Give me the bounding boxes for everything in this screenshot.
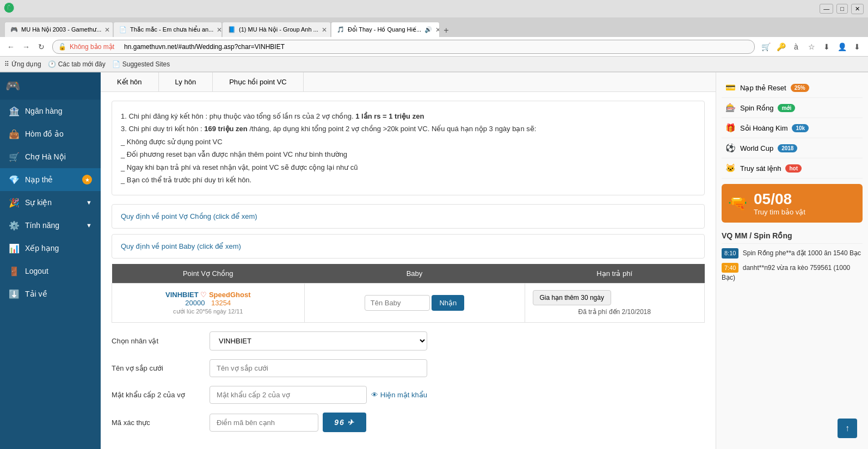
extensions-icon[interactable]: 🛒 [759, 40, 772, 53]
menu-icon[interactable]: ⬇ [851, 40, 864, 53]
rs-item-gem[interactable]: 🎁 Sỏi Hoàng Kim 10k [722, 118, 863, 138]
player1-name[interactable]: VINHBIET [165, 291, 199, 299]
bookmark-recent-tabs[interactable]: 🕐 Các tab mới đây [48, 60, 106, 68]
tab-2[interactable]: 📄 Thắc mắc - Em chưa hiểu an... ✕ [113, 22, 222, 37]
marriage-table: Point Vợ Chồng Baby Hạn trả phí VINHBIET… [112, 264, 705, 323]
close-button[interactable]: ✕ [851, 4, 864, 14]
bookmark-suggested[interactable]: 📄 Suggested Sites [112, 60, 170, 68]
heart-icon: ♡ [200, 291, 209, 299]
password-label: Mật khẩu cấp 2 của vợ [112, 391, 210, 399]
font-icon[interactable]: à [790, 40, 803, 53]
sidebar-nav: 🏦 Ngân hàng 👜 Hòm đồ ảo 🛒 Chợ Hà Nội 💎 N… [0, 100, 101, 305]
baby-name-input[interactable] [365, 295, 430, 311]
url-input[interactable] [118, 40, 749, 54]
sidebar-item-wardrobe[interactable]: 👜 Hòm đồ ảo [0, 122, 101, 145]
form-row-password: Mật khẩu cấp 2 của vợ 👁 Hiện mật khẩu [112, 386, 705, 404]
rs-item-spin-rong[interactable]: 🎰 Spin Rồng mới [722, 98, 863, 118]
soccer-icon: ⚽ [725, 143, 736, 153]
toolbar-right: 🛒 🔑 à ☆ ⬇ 👤 ⬇ [759, 40, 864, 53]
window-controls[interactable]: — □ ✕ [820, 4, 864, 14]
tab-3[interactable]: 📘 (1) MU Hà Nội - Group Anh ... ✕ [222, 22, 331, 37]
password-wrapper: 👁 Hiện mật khẩu [210, 386, 427, 404]
forward-button[interactable]: → [20, 40, 33, 53]
bank-icon: 🏦 [9, 106, 20, 116]
info-box: 1. Chi phí đăng ký kết hôn : phụ thuộc v… [112, 101, 705, 195]
new-tab-button[interactable]: + [440, 24, 453, 37]
marry-time: cưới lúc 20*56 ngày 12/11 [173, 308, 243, 315]
tab-restore-vc[interactable]: Phục hồi point VC [213, 72, 304, 91]
logout-icon: 🚪 [9, 266, 20, 276]
profile-icon[interactable]: 👤 [835, 40, 848, 53]
apps-icon: ⠿ [4, 60, 9, 68]
tab-2-close[interactable]: ✕ [217, 26, 222, 34]
scroll-top-button[interactable]: ↑ [838, 419, 857, 438]
tab-4-close[interactable]: ✕ [435, 26, 440, 34]
events-label: Sự kiện [25, 198, 52, 207]
rs-item-topup-reset[interactable]: 💳 Nạp thẻ Reset 25% [722, 78, 863, 98]
info-line-3: _ Không được sử dụng point VC [121, 136, 695, 148]
tab-wedding[interactable]: Kết hôn [101, 72, 159, 91]
sidebar-item-download[interactable]: ⬇️ Tải về [0, 282, 101, 305]
baby-nhan-button[interactable]: Nhận [432, 295, 464, 311]
refresh-button[interactable]: ↻ [35, 40, 48, 53]
tab-2-label: Thắc mắc - Em chưa hiểu an... [130, 26, 213, 33]
sidebar-item-events[interactable]: 🎉 Sự kiện ▼ [0, 191, 101, 214]
coccoc-logo: 🅒 [4, 3, 14, 15]
title-bar: 🅒 — □ ✕ [0, 0, 868, 17]
gear-icon: ⚙️ [9, 220, 20, 231]
rs-truysat-label: Truy sát lệnh [740, 164, 781, 173]
rs-item-worldcup[interactable]: ⚽ World Cup 2018 [722, 138, 863, 158]
sidebar-item-topup[interactable]: 💎 Nạp thẻ ★ [0, 168, 101, 191]
tab-4[interactable]: 🎵 Đổi Thay - Hồ Quang Hiế... 🔊 ✕ [331, 22, 440, 37]
sidebar-item-ranking[interactable]: 📊 Xếp hạng [0, 237, 101, 260]
vqmm-badge-1: 8:10 [722, 248, 738, 259]
captcha-input[interactable] [210, 414, 318, 432]
logo-icon: 🎮 [5, 79, 20, 93]
rs-topup-reset-label: Nạp thẻ Reset [740, 84, 786, 92]
player2-name[interactable]: SpeedGhost [209, 291, 251, 299]
tab-1[interactable]: 🎮 MU Hà Nội 2003 - Gamethư... ✕ [4, 22, 113, 37]
tab-1-close[interactable]: ✕ [104, 26, 110, 34]
sidebar-item-market[interactable]: 🛒 Chợ Hà Nội [0, 145, 101, 168]
info-line-4: _ Đối phương reset bạn vẫn được nhận thê… [121, 148, 695, 161]
rs-gem-badge: 10k [792, 124, 809, 132]
extend-button[interactable]: Gia hạn thêm 30 ngày [533, 290, 611, 305]
bookmark-icon[interactable]: ☆ [805, 40, 818, 53]
col-baby: Baby [304, 264, 525, 284]
spin-icon: 🎰 [725, 102, 736, 113]
vqmm-item-1: 8:10 Spin Rồng phe**a đặt 1000 ăn 1540 B… [722, 248, 863, 259]
treasure-widget[interactable]: 🔫 05/08 Truy tìm bảo vật [722, 184, 863, 223]
wedding-form: Chọn nhân vật VINHBIET Tên vợ sắp cưới M… [112, 331, 705, 432]
content-body: 1. Chi phí đăng ký kết hôn : phụ thuộc v… [101, 92, 716, 449]
collapsible-couple-points[interactable]: Quy định về point Vợ Chồng (click để xem… [112, 204, 705, 229]
apps-label: Ứng dụng [11, 60, 41, 68]
download-label: Tải về [25, 290, 47, 298]
sidebar-item-logout[interactable]: 🚪 Logout [0, 260, 101, 282]
player2-points: 13254 [211, 299, 231, 307]
form-row-character: Chọn nhân vật VINHBIET [112, 331, 705, 350]
show-password-button[interactable]: 👁 Hiện mật khẩu [371, 391, 427, 399]
maximize-button[interactable]: □ [836, 4, 848, 14]
tab-4-favicon: 🎵 [337, 26, 344, 33]
vqmm-badge-2: 7:40 [722, 263, 738, 273]
spouse-name-input[interactable] [210, 359, 427, 377]
bookmark-apps[interactable]: ⠿ Ứng dụng [4, 60, 41, 68]
character-label: Chọn nhân vật [112, 337, 210, 345]
cat-icon: 🐱 [725, 163, 736, 174]
password-input[interactable] [210, 386, 367, 404]
collapsible-baby-points[interactable]: Quy định về point Baby (click để xem) [112, 234, 705, 259]
tab-divorce[interactable]: Ly hôn [159, 72, 213, 91]
rs-worldcup-badge: 2018 [778, 144, 797, 152]
key-icon[interactable]: 🔑 [774, 40, 787, 53]
sidebar-item-bank[interactable]: 🏦 Ngân hàng [0, 100, 101, 122]
bookmarks-bar: ⠿ Ứng dụng 🕐 Các tab mới đây 📄 Suggested… [0, 57, 868, 72]
security-icon: 🔓 [58, 43, 66, 51]
sidebar-item-features[interactable]: ⚙️ Tính năng ▼ [0, 214, 101, 237]
download-arrow[interactable]: ⬇ [820, 40, 833, 53]
character-select[interactable]: VINHBIET [210, 331, 427, 350]
back-button[interactable]: ← [4, 40, 17, 53]
wardrobe-label: Hòm đồ ảo [25, 130, 64, 138]
tab-3-close[interactable]: ✕ [322, 26, 327, 34]
rs-item-truysat[interactable]: 🐱 Truy sát lệnh hot [722, 158, 863, 179]
minimize-button[interactable]: — [820, 4, 833, 14]
